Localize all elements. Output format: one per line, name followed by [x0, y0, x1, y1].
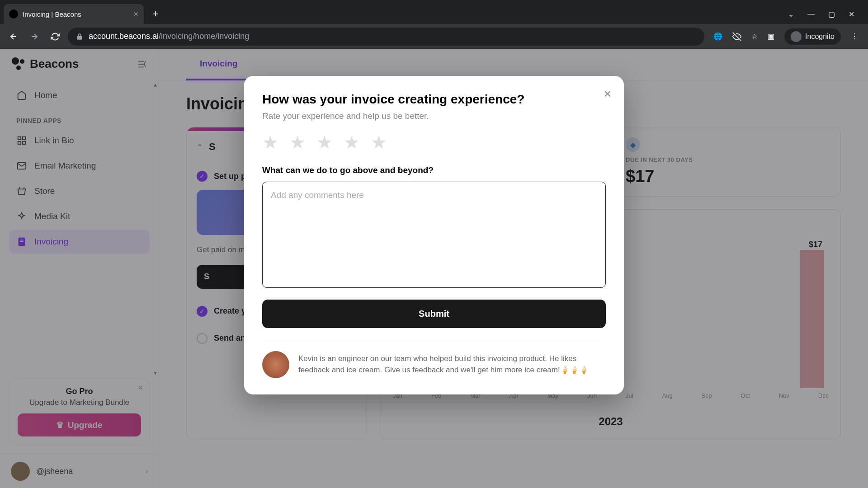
- url-text: account.beacons.ai/invoicing/home/invoic…: [89, 32, 249, 41]
- star-4[interactable]: ★: [344, 132, 360, 153]
- new-tab-button[interactable]: +: [147, 6, 164, 22]
- eye-off-icon[interactable]: [732, 32, 741, 41]
- maximize-icon[interactable]: ▢: [828, 10, 835, 19]
- reload-button[interactable]: [47, 28, 63, 45]
- star-1[interactable]: ★: [262, 132, 278, 153]
- star-5[interactable]: ★: [371, 132, 387, 153]
- modal-subtitle: Rate your experience and help us be bett…: [262, 111, 606, 121]
- kevin-avatar: [262, 351, 289, 378]
- star-3[interactable]: ★: [316, 132, 333, 153]
- address-bar: account.beacons.ai/invoicing/home/invoic…: [0, 24, 868, 49]
- url-field[interactable]: account.beacons.ai/invoicing/home/invoic…: [68, 28, 704, 46]
- address-bar-icons: 🌐 ☆ ▣ Incognito ⋮: [709, 28, 863, 45]
- browser-tab[interactable]: Invoicing | Beacons ×: [4, 4, 144, 24]
- tab-title: Invoicing | Beacons: [23, 10, 129, 18]
- star-rating: ★ ★ ★ ★ ★: [262, 132, 606, 153]
- lock-icon: [76, 33, 83, 40]
- star-2[interactable]: ★: [289, 132, 306, 153]
- kevin-note: Kevin is an engineer on our team who hel…: [262, 340, 606, 378]
- chevron-down-icon[interactable]: ⌄: [788, 10, 794, 19]
- incognito-badge[interactable]: Incognito: [784, 28, 841, 45]
- modal-overlay[interactable]: × How was your invoice creating experien…: [0, 49, 868, 488]
- favicon-icon: [9, 9, 18, 19]
- star-icon[interactable]: ☆: [751, 32, 758, 41]
- tab-close-icon[interactable]: ×: [133, 9, 138, 19]
- window-controls: ⌄ — ▢ ✕: [788, 4, 868, 24]
- tab-bar: Invoicing | Beacons × + ⌄ — ▢ ✕: [0, 0, 868, 24]
- comment-input[interactable]: [262, 182, 606, 288]
- submit-button[interactable]: Submit: [262, 300, 606, 328]
- browser-chrome: Invoicing | Beacons × + ⌄ — ▢ ✕ account.…: [0, 0, 868, 49]
- kevin-text: Kevin is an engineer on our team who hel…: [298, 353, 606, 375]
- incognito-icon: [791, 31, 802, 42]
- minimize-icon[interactable]: —: [807, 10, 815, 18]
- extensions-icon[interactable]: ▣: [768, 32, 774, 41]
- feedback-modal: × How was your invoice creating experien…: [244, 76, 624, 394]
- back-button[interactable]: [5, 28, 22, 45]
- close-icon[interactable]: ×: [604, 87, 611, 101]
- kebab-menu-icon[interactable]: ⋮: [851, 32, 858, 41]
- translate-icon[interactable]: 🌐: [713, 32, 722, 41]
- modal-title: How was your invoice creating experience…: [262, 92, 606, 107]
- app-root: Beacons ▴ Home PINNED APPS Link in Bio E…: [0, 49, 868, 488]
- comment-question: What can we do to go above and beyond?: [262, 165, 606, 175]
- close-window-icon[interactable]: ✕: [849, 10, 854, 19]
- forward-button[interactable]: [26, 28, 42, 45]
- incognito-label: Incognito: [805, 33, 835, 41]
